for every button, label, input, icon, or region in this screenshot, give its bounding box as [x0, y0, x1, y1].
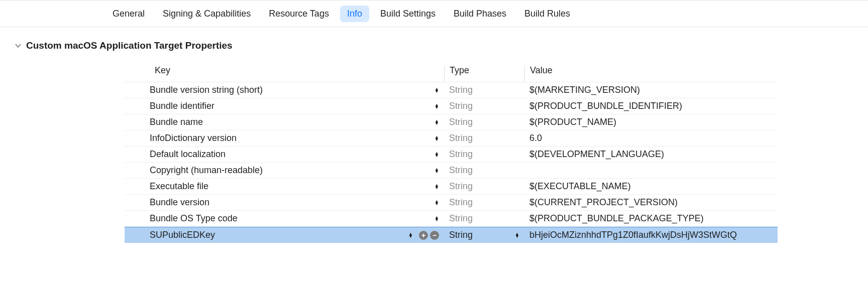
- key-stepper-icon[interactable]: ▲▼: [435, 136, 439, 141]
- plist-type-label[interactable]: String: [449, 85, 473, 95]
- column-header-type[interactable]: Type: [444, 65, 524, 82]
- plist-type-label[interactable]: String: [449, 149, 473, 160]
- plist-key-label[interactable]: Bundle version: [150, 197, 209, 208]
- add-row-button[interactable]: +: [419, 231, 428, 240]
- table-row[interactable]: SUPublicEDKey▲▼+−String▲▼bHjeiOcMZiznhhd…: [125, 227, 778, 243]
- plist-type-label[interactable]: String: [449, 230, 473, 240]
- tab-general[interactable]: General: [105, 6, 152, 22]
- key-stepper-icon[interactable]: ▲▼: [435, 216, 439, 221]
- table-row[interactable]: Bundle version▲▼String$(CURRENT_PROJECT_…: [125, 195, 778, 211]
- remove-row-button[interactable]: −: [430, 231, 439, 240]
- plist-value-label[interactable]: $(CURRENT_PROJECT_VERSION): [529, 197, 678, 207]
- plist-value-label[interactable]: $(MARKETING_VERSION): [529, 85, 640, 95]
- table-row[interactable]: InfoDictionary version▲▼String6.0: [125, 130, 778, 147]
- plist-key-label[interactable]: Bundle version string (short): [150, 85, 263, 95]
- plist-type-label[interactable]: String: [449, 165, 473, 176]
- section-header[interactable]: Custom macOS Application Target Properti…: [0, 40, 868, 51]
- plist-key-label[interactable]: InfoDictionary version: [150, 133, 237, 144]
- table-row[interactable]: Bundle version string (short)▲▼String$(M…: [125, 82, 778, 98]
- tab-build-rules[interactable]: Build Rules: [517, 6, 577, 22]
- plist-type-label[interactable]: String: [449, 197, 473, 208]
- plist-key-label[interactable]: Bundle identifier: [150, 101, 214, 111]
- plist-value-label[interactable]: 6.0: [529, 133, 542, 143]
- plist-table: Key Type Value Bundle version string (sh…: [125, 65, 778, 243]
- tab-build-phases[interactable]: Build Phases: [447, 6, 513, 22]
- column-header-key[interactable]: Key: [125, 65, 444, 82]
- table-row[interactable]: Default localization▲▼String$(DEVELOPMEN…: [125, 147, 778, 163]
- plist-value-label[interactable]: $(PRODUCT_NAME): [529, 117, 616, 127]
- plist-type-label[interactable]: String: [449, 181, 473, 192]
- plist-type-label[interactable]: String: [449, 101, 473, 111]
- key-stepper-icon[interactable]: ▲▼: [435, 88, 439, 93]
- tab-signing-capabilities[interactable]: Signing & Capabilities: [156, 6, 258, 22]
- plist-value-label[interactable]: $(PRODUCT_BUNDLE_PACKAGE_TYPE): [529, 213, 704, 223]
- plist-key-label[interactable]: Executable file: [150, 181, 208, 192]
- plist-type-label[interactable]: String: [449, 213, 473, 224]
- tab-info[interactable]: Info: [340, 6, 369, 22]
- table-row[interactable]: Bundle name▲▼String$(PRODUCT_NAME): [125, 114, 778, 130]
- table-row[interactable]: Copyright (human-readable)▲▼String: [125, 163, 778, 179]
- plist-type-label[interactable]: String: [449, 133, 473, 144]
- plist-key-label[interactable]: Bundle OS Type code: [150, 213, 238, 224]
- plist-key-label[interactable]: Copyright (human-readable): [150, 165, 263, 176]
- table-row[interactable]: Executable file▲▼String$(EXECUTABLE_NAME…: [125, 179, 778, 195]
- disclosure-triangle-icon[interactable]: [15, 43, 21, 49]
- key-stepper-icon[interactable]: ▲▼: [435, 120, 439, 125]
- tab-build-settings[interactable]: Build Settings: [373, 6, 443, 22]
- plist-value-label[interactable]: $(EXECUTABLE_NAME): [529, 181, 631, 191]
- tab-resource-tags[interactable]: Resource Tags: [262, 6, 336, 22]
- table-row[interactable]: Bundle OS Type code▲▼String$(PRODUCT_BUN…: [125, 211, 778, 227]
- plist-type-label[interactable]: String: [449, 117, 473, 127]
- key-stepper-icon[interactable]: ▲▼: [435, 152, 439, 157]
- key-stepper-icon[interactable]: ▲▼: [435, 168, 439, 173]
- plist-value-label[interactable]: $(PRODUCT_BUNDLE_IDENTIFIER): [529, 101, 682, 111]
- table-row[interactable]: Bundle identifier▲▼String$(PRODUCT_BUNDL…: [125, 98, 778, 114]
- plist-key-label[interactable]: Default localization: [150, 149, 226, 160]
- plist-key-label[interactable]: SUPublicEDKey: [150, 230, 215, 240]
- plist-value-label[interactable]: bHjeiOcMZiznhhdTPg1Z0fIaufkKwjDsHjW3StWG…: [529, 230, 737, 240]
- editor-tabbar: General Signing & Capabilities Resource …: [0, 0, 868, 27]
- column-header-value[interactable]: Value: [524, 65, 778, 82]
- plist-value-label[interactable]: $(DEVELOPMENT_LANGUAGE): [529, 149, 664, 159]
- table-header-row: Key Type Value: [125, 65, 778, 82]
- key-stepper-icon[interactable]: ▲▼: [435, 200, 439, 205]
- plist-key-label[interactable]: Bundle name: [150, 117, 203, 127]
- key-stepper-icon[interactable]: ▲▼: [435, 104, 439, 109]
- key-stepper-icon[interactable]: ▲▼: [435, 184, 439, 189]
- section-title: Custom macOS Application Target Properti…: [26, 40, 233, 51]
- type-stepper-icon[interactable]: ▲▼: [515, 233, 519, 238]
- key-stepper-icon[interactable]: ▲▼: [408, 233, 413, 238]
- section-custom-target-properties: Custom macOS Application Target Properti…: [0, 27, 868, 243]
